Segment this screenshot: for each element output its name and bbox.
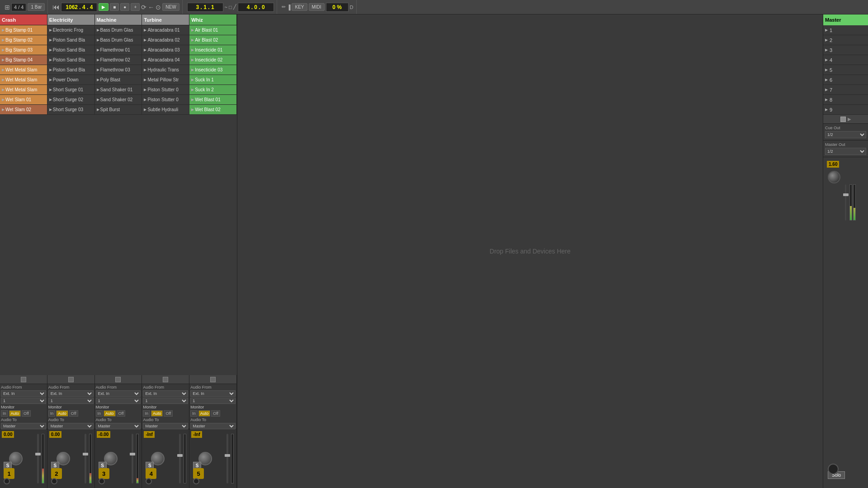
clip-cell-t3-r8[interactable]: ▶Subtle Hydrauli xyxy=(142,105,189,114)
audio-channel-select-3[interactable]: 1 xyxy=(96,398,141,404)
clip-cell-t3-r1[interactable]: ▶Abracadabra 02 xyxy=(142,35,189,45)
monitor-off-5[interactable]: Off xyxy=(211,410,220,417)
audio-from-select-4[interactable]: Ext. In xyxy=(143,390,188,397)
monitor-off-1[interactable]: Off xyxy=(22,410,31,417)
track-num-4[interactable]: 4 xyxy=(146,468,156,479)
play-btn-t3-r0[interactable]: ▶ xyxy=(143,28,147,33)
track-header-electricity[interactable]: Electricity xyxy=(47,14,95,25)
track-num-3[interactable]: 3 xyxy=(99,468,109,479)
master-clip-row-2[interactable]: ▶3 xyxy=(823,45,868,55)
punch-icon[interactable]: ⊙ xyxy=(156,4,161,11)
audio-channel-select-5[interactable]: 1 xyxy=(190,398,236,404)
play-btn-t3-r5[interactable]: ▶ xyxy=(143,78,147,82)
play-btn-t4-r5[interactable]: ▶ xyxy=(190,78,195,82)
rewind-icon[interactable]: ⏮ xyxy=(52,3,60,11)
play-btn-t2-r8[interactable]: ▶ xyxy=(96,108,100,112)
track-header-machine[interactable]: Machine xyxy=(95,14,142,25)
clip-cell-t1-r2[interactable]: ▶Piston Sand Bla xyxy=(47,45,95,55)
clip-cell-t2-r8[interactable]: ▶Spit Burst xyxy=(95,105,142,114)
track-header-crash[interactable]: Crash xyxy=(0,14,47,25)
master-clip-row-7[interactable]: ▶8 xyxy=(823,95,868,105)
stop-cell-3[interactable] xyxy=(95,375,142,384)
play-btn-t4-r7[interactable]: ▶ xyxy=(190,98,195,102)
back-icon[interactable]: ← xyxy=(148,4,154,11)
track-num-5[interactable]: 5 xyxy=(193,468,204,479)
record-button[interactable]: ● xyxy=(120,3,129,11)
clip-cell-t1-r8[interactable]: ▶Short Surge 03 xyxy=(47,105,95,114)
clip-cell-t0-r8[interactable]: ▶Wet Slam 02 xyxy=(0,105,47,114)
audio-to-select-1[interactable]: Master xyxy=(1,423,46,429)
monitor-auto-1[interactable]: Auto xyxy=(9,410,21,417)
clip-cell-t4-r5[interactable]: ▶Suck In 1 xyxy=(189,75,237,84)
clip-cell-t4-r8[interactable]: ▶Wet Blast 02 xyxy=(189,105,237,114)
audio-from-select-5[interactable]: Ext. In xyxy=(190,390,236,397)
play-btn-t0-r1[interactable]: ▶ xyxy=(1,38,5,42)
play-btn-t0-r6[interactable]: ▶ xyxy=(1,88,5,92)
clip-cell-t2-r1[interactable]: ▶Bass Drum Glas xyxy=(95,35,142,45)
monitor-off-3[interactable]: Off xyxy=(117,410,126,417)
clip-cell-t3-r6[interactable]: ▶Piston Stutter 0 xyxy=(142,85,189,94)
track-header-turbine[interactable]: Turbine xyxy=(142,14,189,25)
play-btn-t1-r7[interactable]: ▶ xyxy=(48,98,53,102)
clip-cell-t2-r2[interactable]: ▶Flamethrow 01 xyxy=(95,45,142,55)
stop-button[interactable]: ■ xyxy=(110,3,119,11)
play-btn-t4-r1[interactable]: ▶ xyxy=(190,38,195,42)
clip-cell-t3-r2[interactable]: ▶Abracadabra 03 xyxy=(142,45,189,55)
master-device-knob[interactable] xyxy=(828,464,839,474)
clip-cell-t4-r7[interactable]: ▶Wet Blast 01 xyxy=(189,95,237,104)
play-btn-t3-r8[interactable]: ▶ xyxy=(143,108,147,112)
clip-cell-t4-r3[interactable]: ▶Insecticide 02 xyxy=(189,55,237,65)
midi-button[interactable]: MIDI xyxy=(309,3,325,11)
play-button[interactable]: ▶ xyxy=(99,3,108,11)
play-btn-t0-r4[interactable]: ▶ xyxy=(1,68,5,72)
clip-cell-t1-r5[interactable]: ▶Power Down xyxy=(47,75,95,84)
clip-cell-t3-r3[interactable]: ▶Abracadabra 04 xyxy=(142,55,189,65)
monitor-in-2[interactable]: In xyxy=(48,410,56,417)
track-num-2[interactable]: 2 xyxy=(51,468,62,479)
clip-launch-5[interactable] xyxy=(193,478,199,484)
play-btn-t4-r6[interactable]: ▶ xyxy=(190,88,195,92)
clip-launch-2[interactable] xyxy=(51,478,57,484)
clip-cell-t1-r6[interactable]: ▶Short Surge 01 xyxy=(47,85,95,94)
monitor-in-5[interactable]: In xyxy=(190,410,198,417)
play-btn-t4-r0[interactable]: ▶ xyxy=(190,28,195,33)
play-btn-t3-r7[interactable]: ▶ xyxy=(143,98,147,102)
audio-channel-select-1[interactable]: 1 xyxy=(1,398,46,404)
play-btn-t2-r2[interactable]: ▶ xyxy=(96,48,100,52)
audio-from-select-1[interactable]: Ext. In xyxy=(1,390,46,397)
clip-cell-t2-r7[interactable]: ▶Sand Shaker 02 xyxy=(95,95,142,104)
clip-cell-t0-r3[interactable]: ▶Big Stamp 04 xyxy=(0,55,47,65)
master-clip-row-6[interactable]: ▶7 xyxy=(823,85,868,95)
play-btn-t4-r3[interactable]: ▶ xyxy=(190,58,195,62)
master-pan-knob[interactable] xyxy=(828,171,840,183)
clip-cell-t1-r1[interactable]: ▶Piston Sand Bla xyxy=(47,35,95,45)
cue-out-select[interactable]: 1/2 xyxy=(825,131,866,138)
clip-cell-t4-r6[interactable]: ▶Suck In 2 xyxy=(189,85,237,94)
play-btn-t4-r8[interactable]: ▶ xyxy=(190,108,195,112)
play-btn-t3-r4[interactable]: ▶ xyxy=(143,68,147,72)
clip-cell-t1-r0[interactable]: ▶Electronic Frog xyxy=(47,25,95,35)
play-btn-t3-r1[interactable]: ▶ xyxy=(143,38,147,42)
quantize-selector[interactable]: 1 Bar xyxy=(28,3,45,11)
clip-cell-t3-r0[interactable]: ▶Abracadabra 01 xyxy=(142,25,189,35)
fader-handle-4[interactable] xyxy=(177,454,183,457)
monitor-auto-2[interactable]: Auto xyxy=(56,410,68,417)
clip-cell-t4-r4[interactable]: ▶Insecticide 03 xyxy=(189,65,237,75)
key-button[interactable]: KEY xyxy=(292,3,307,11)
play-btn-t4-r4[interactable]: ▶ xyxy=(190,68,195,72)
master-stop-row[interactable]: ▶ xyxy=(823,115,868,124)
play-btn-t0-r0[interactable]: ▶ xyxy=(1,28,5,33)
play-btn-t0-r5[interactable]: ▶ xyxy=(1,78,5,82)
fader-handle-2[interactable] xyxy=(83,453,88,455)
master-clip-row-4[interactable]: ▶5 xyxy=(823,65,868,75)
play-btn-t1-r4[interactable]: ▶ xyxy=(48,68,53,72)
play-btn-t2-r6[interactable]: ▶ xyxy=(96,88,100,92)
track-header-whiz[interactable]: Whiz xyxy=(189,14,237,25)
play-btn-t2-r1[interactable]: ▶ xyxy=(96,38,100,42)
master-clip-row-1[interactable]: ▶2 xyxy=(823,35,868,45)
monitor-in-3[interactable]: In xyxy=(96,410,103,417)
stop-cell-4[interactable] xyxy=(142,375,189,384)
play-btn-t1-r8[interactable]: ▶ xyxy=(48,108,53,112)
master-fader-handle[interactable] xyxy=(843,193,849,196)
clip-cell-t2-r0[interactable]: ▶Bass Drum Glas xyxy=(95,25,142,35)
